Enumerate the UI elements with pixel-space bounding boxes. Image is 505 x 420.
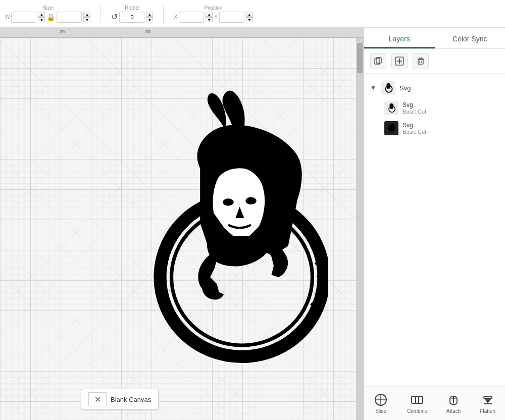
size-w-stepper: ▲ ▼ <box>38 12 45 22</box>
rotate-inputs: ↺ ▲ ▼ <box>111 12 153 23</box>
position-y-up[interactable]: ▲ <box>246 12 253 17</box>
slice-icon <box>374 393 388 407</box>
position-label: Position <box>205 5 223 11</box>
attach-icon <box>446 393 461 407</box>
trash-icon <box>416 57 425 66</box>
add-layer-button[interactable] <box>391 53 408 69</box>
blank-canvas-button[interactable]: ✕ Blank Canvas <box>81 389 159 410</box>
ruler-mark-30: 30 <box>145 29 150 34</box>
position-x-up[interactable]: ▲ <box>206 12 213 17</box>
slice-label: Slice <box>375 408 386 414</box>
tab-layers[interactable]: Layers <box>364 31 435 48</box>
copy-icon <box>374 57 383 66</box>
rotate-up[interactable]: ▲ <box>146 12 153 17</box>
flatten-icon <box>481 393 495 407</box>
ruler-top: 20 30 <box>0 28 364 38</box>
lock-icon: 🔒 <box>46 13 55 21</box>
panel-bottom-toolbar: Slice Combine <box>364 386 505 420</box>
layers-list: ▼ Svg Svg <box>364 74 505 386</box>
blank-canvas-preview: ✕ <box>88 392 107 406</box>
layer-item-1[interactable]: Svg Basic Cut <box>364 98 505 118</box>
blank-canvas-label: Blank Canvas <box>111 396 151 403</box>
scrollbar-thumb[interactable] <box>357 43 363 73</box>
position-y-down[interactable]: ▼ <box>246 17 253 22</box>
size-w-up[interactable]: ▲ <box>38 12 45 17</box>
position-inputs: X ▲ ▼ Y ▲ ▼ <box>174 12 252 23</box>
layer-item-2-sub: Basic Cut <box>402 129 426 135</box>
attach-button[interactable]: Attach <box>442 391 465 416</box>
size-h-input[interactable] <box>57 12 82 23</box>
size-w-input[interactable] <box>11 12 36 23</box>
tab-color-sync[interactable]: Color Sync <box>435 31 506 48</box>
layer-item-1-info: Svg Basic Cut <box>402 101 426 115</box>
layer-item-2-thumb <box>384 121 398 135</box>
slice-button[interactable]: Slice <box>370 391 392 416</box>
add-icon <box>395 57 404 66</box>
attach-label: Attach <box>446 408 461 414</box>
main-area: 20 30 <box>0 28 505 420</box>
rotate-down[interactable]: ▼ <box>146 17 153 22</box>
vertical-scrollbar[interactable] <box>356 38 364 420</box>
position-y-stepper: ▲ ▼ <box>246 12 253 22</box>
svg-point-3 <box>245 197 257 204</box>
size-h-down[interactable]: ▼ <box>83 17 90 22</box>
panel-toolbar <box>364 49 505 74</box>
combine-icon <box>410 393 424 407</box>
layer-item-2-name: Svg <box>402 122 426 129</box>
ruler-inner: 20 30 <box>0 28 364 37</box>
svg-point-2 <box>223 198 234 205</box>
delete-layer-button[interactable] <box>413 53 429 69</box>
rotate-label: Rotate <box>125 5 139 11</box>
flatten-label: Flatten <box>480 408 495 414</box>
combine-label: Combine <box>407 408 427 414</box>
flatten-button[interactable]: Flatten <box>476 391 499 416</box>
position-x-stepper: ▲ ▼ <box>206 12 213 22</box>
layer-group-name: Svg <box>399 84 411 92</box>
layer-item-2-info: Svg Basic Cut <box>402 122 426 135</box>
layer-item-1-thumb <box>384 101 398 115</box>
svg-rect-10 <box>418 60 423 64</box>
size-w-label: W <box>5 14 10 20</box>
senator-svg <box>101 78 328 376</box>
combine-button[interactable]: Combine <box>403 391 431 416</box>
rotate-input[interactable] <box>119 12 144 23</box>
layer-item-2[interactable]: Svg Basic Cut <box>364 118 505 138</box>
canvas-area[interactable]: 20 30 <box>0 28 364 420</box>
position-x-label: X <box>174 14 177 20</box>
size-w-down[interactable]: ▼ <box>38 17 45 22</box>
position-y-label: Y <box>214 14 218 20</box>
top-toolbar: Size W ▲ ▼ 🔒 ▲ ▼ Rotate ↺ ▲ ▼ <box>0 0 505 28</box>
layer-item-1-name: Svg <box>402 101 426 109</box>
copy-layer-button[interactable] <box>370 53 386 69</box>
size-inputs: W ▲ ▼ 🔒 ▲ ▼ <box>5 12 90 23</box>
ruler-mark-20: 20 <box>60 29 65 34</box>
blank-canvas-x-icon: ✕ <box>94 395 101 404</box>
blank-canvas-area: ✕ Blank Canvas <box>81 389 159 410</box>
position-group: Position X ▲ ▼ Y ▲ ▼ <box>174 5 252 23</box>
rotate-group: Rotate ↺ ▲ ▼ <box>111 5 153 23</box>
position-x-down[interactable]: ▼ <box>206 17 213 22</box>
size-label: Size <box>43 5 53 11</box>
right-panel: Layers Color Sync <box>364 28 505 420</box>
svg-rect-22 <box>484 397 492 398</box>
position-y-input[interactable] <box>219 12 244 23</box>
size-h-up[interactable]: ▲ <box>83 12 90 17</box>
layer-group-thumb <box>381 81 395 95</box>
svg-image-container[interactable] <box>101 78 328 376</box>
layer-group-svg[interactable]: ▼ Svg <box>364 78 505 98</box>
rotate-icon[interactable]: ↺ <box>111 12 118 22</box>
layer-expand-icon: ▼ <box>370 84 377 91</box>
size-group: Size W ▲ ▼ 🔒 ▲ ▼ <box>5 5 90 23</box>
layer-item-1-sub: Basic Cut <box>402 109 426 115</box>
size-h-stepper: ▲ ▼ <box>83 12 90 22</box>
rotate-stepper: ▲ ▼ <box>146 12 153 22</box>
position-x-input[interactable] <box>179 12 204 23</box>
panel-tabs: Layers Color Sync <box>364 28 505 49</box>
svg-point-4 <box>311 305 318 312</box>
